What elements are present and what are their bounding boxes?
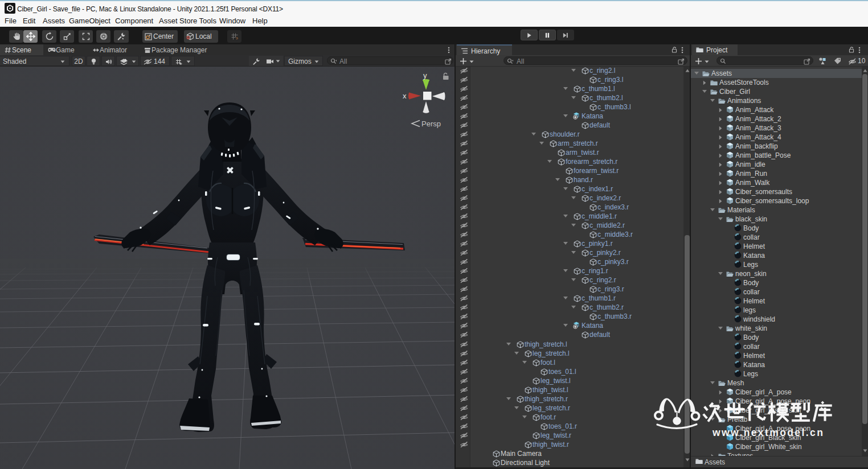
svg-text:x: x bbox=[403, 92, 407, 100]
svg-text:www.nextmodel.cn: www.nextmodel.cn bbox=[712, 427, 824, 438]
svg-text:Persp: Persp bbox=[421, 120, 441, 128]
svg-text:y: y bbox=[423, 71, 427, 80]
